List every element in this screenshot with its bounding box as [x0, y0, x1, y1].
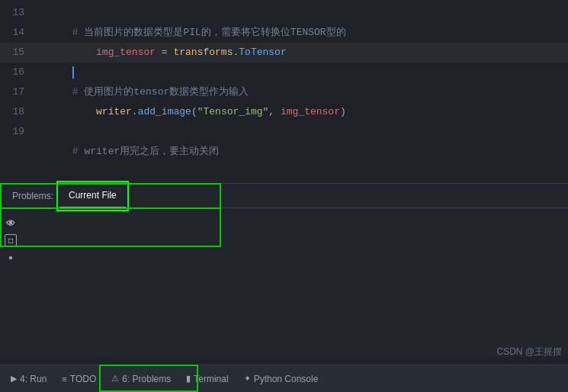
python-console-icon: ✦	[244, 374, 251, 384]
todo-icon: ≡	[62, 374, 66, 384]
python-console-label: Python Console	[254, 374, 319, 384]
run-label: 4: Run	[20, 374, 47, 384]
line-number-14: 14	[0, 23, 37, 43]
problem-icons: 👁 □ ●	[5, 217, 17, 263]
todo-label: TODO	[70, 374, 96, 384]
line-number-16: 16	[0, 63, 37, 82]
square-icon[interactable]: □	[5, 234, 17, 246]
code-line-14: 14 img_tensor = transforms.ToTensor	[0, 23, 568, 43]
code-editor[interactable]: 13 # 当前图片的数据类型是PIL的，需要将它转换位TENSOR型的 14 i…	[0, 0, 568, 183]
line-content-19: # writer用完之后，要主动关闭	[37, 122, 219, 182]
code-line-13: 13 # 当前图片的数据类型是PIL的，需要将它转换位TENSOR型的	[0, 3, 568, 23]
dot-icon: ●	[5, 251, 17, 263]
run-icon: ▶	[11, 374, 17, 384]
terminal-icon: ▮	[186, 374, 191, 384]
code-line-17: 17 writer.add_image("Tensor_img", img_te…	[0, 82, 568, 102]
problems-count-label: 6: Problems	[122, 374, 171, 384]
status-problems[interactable]: ⚠ 6: Problems	[104, 365, 178, 392]
line-number-13: 13	[0, 3, 37, 23]
tab-current-file[interactable]: Current File	[59, 184, 126, 208]
problems-panel: Problems: Current File 👁 □ ●	[0, 183, 568, 357]
problems-tabs-row: Problems: Current File	[0, 184, 568, 208]
status-todo[interactable]: ≡ TODO	[54, 365, 104, 392]
line-number-17: 17	[0, 82, 37, 102]
terminal-label: Terminal	[194, 374, 228, 384]
line-number-15: 15	[0, 43, 37, 63]
line-number-19: 19	[0, 122, 37, 142]
watermark: CSDN @王摇摆	[496, 345, 562, 358]
problems-icon: ⚠	[111, 374, 119, 384]
eye-icon[interactable]: 👁	[5, 217, 17, 230]
status-python-console[interactable]: ✦ Python Console	[236, 365, 326, 392]
status-run[interactable]: ▶ 4: Run	[3, 365, 54, 392]
status-terminal[interactable]: ▮ Terminal	[178, 365, 236, 392]
problems-label: Problems:	[6, 184, 59, 208]
line-number-18: 18	[0, 102, 37, 122]
status-bar: ▶ 4: Run ≡ TODO ⚠ 6: Problems ▮ Terminal…	[0, 365, 568, 392]
